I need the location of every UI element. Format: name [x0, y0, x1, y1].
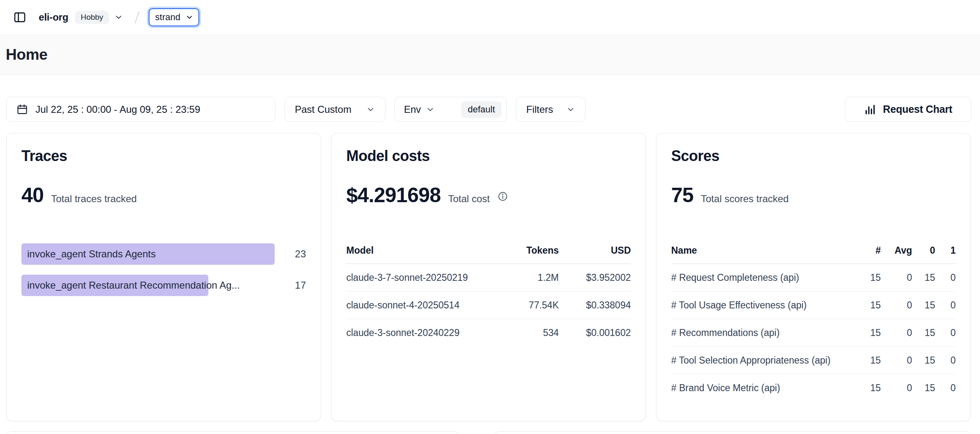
trace-bar-value: 17	[277, 280, 306, 291]
table-cell: 15	[912, 272, 935, 283]
scores-total-label: Total scores tracked	[701, 193, 789, 205]
org-name[interactable]: eli-org	[39, 12, 68, 23]
table-header-cell: Model	[346, 245, 497, 256]
model-cost-row: claude-sonnet-4-2025051477.54K$0.338094	[346, 292, 631, 319]
project-select-value: strand	[155, 12, 180, 23]
sidebar-toggle-button[interactable]	[11, 8, 29, 26]
page-header: Home	[0, 35, 980, 75]
score-row: # Request Completeness (api)150150	[671, 264, 956, 292]
model-cost-row: claude-3-7-sonnet-202502191.2M$3.952002	[346, 264, 631, 292]
table-cell: 15	[912, 383, 935, 394]
table-cell: 0	[881, 327, 912, 338]
table-header-cell: Avg	[881, 245, 912, 256]
trace-bar-row[interactable]: invoke_agent Strands Agents23	[21, 243, 306, 265]
traces-total-value: 40	[21, 183, 44, 207]
environment-value-badge: default	[461, 101, 502, 118]
score-row: # Tool Selection Appropriateness (api)15…	[671, 347, 956, 374]
table-cell: 15	[912, 355, 935, 366]
table-cell: 77.54K	[497, 300, 559, 311]
table-cell: $0.338094	[559, 300, 631, 311]
table-cell: 0	[935, 383, 956, 394]
table-cell: 0	[881, 300, 912, 311]
table-cell: claude-3-sonnet-20240229	[346, 327, 497, 338]
environment-label: Env	[404, 104, 421, 115]
model-costs-card-title: Model costs	[346, 147, 631, 165]
table-cell: 15	[848, 383, 881, 394]
card-stub-left	[6, 431, 459, 434]
panel-left-icon	[13, 11, 26, 24]
scores-card-title: Scores	[671, 147, 956, 165]
table-cell: 15	[848, 355, 881, 366]
traces-card: Traces 40 Total traces tracked invoke_ag…	[6, 133, 321, 421]
model-costs-card: Model costs $4.291698 Total cost ModelTo…	[331, 133, 646, 421]
table-cell: 0	[935, 355, 956, 366]
model-costs-table: ModelTokensUSDclaude-3-7-sonnet-20250219…	[346, 245, 631, 347]
chevron-down-icon	[426, 105, 435, 114]
dashboard-toolbar: Jul 22, 25 : 00:00 - Aug 09, 25 : 23:59 …	[6, 97, 971, 122]
table-header-row: ModelTokensUSD	[346, 245, 631, 264]
org-switcher-button[interactable]	[114, 13, 123, 22]
table-cell: 15	[912, 300, 935, 311]
trace-bar-label: invoke_agent Strands Agents	[27, 248, 156, 260]
date-preset-dropdown[interactable]: Past Custom	[285, 97, 385, 122]
breadcrumb-separator-icon	[132, 9, 142, 25]
table-cell: 0	[935, 300, 956, 311]
top-navigation-bar: eli-org Hobby strand	[0, 0, 980, 35]
table-cell: 15	[848, 327, 881, 338]
trace-bar-track: invoke_agent Strands Agents	[21, 243, 277, 265]
page-title: Home	[6, 46, 47, 63]
table-cell: # Brand Voice Metric (api)	[671, 383, 848, 394]
date-range-picker[interactable]: Jul 22, 25 : 00:00 - Aug 09, 25 : 23:59	[6, 97, 275, 122]
table-cell: # Tool Usage Effectiveness (api)	[671, 300, 848, 311]
table-header-row: Name#Avg01	[671, 245, 956, 264]
date-preset-value: Past Custom	[295, 104, 351, 115]
bar-chart-icon	[864, 103, 876, 116]
chevron-down-icon	[566, 105, 575, 114]
scores-card: Scores 75 Total scores tracked Name#Avg0…	[656, 133, 971, 421]
table-cell: 0	[881, 272, 912, 283]
dashboard-cards: Traces 40 Total traces tracked invoke_ag…	[6, 133, 971, 421]
chevron-down-icon	[366, 105, 375, 114]
filters-dropdown[interactable]: Filters	[516, 97, 586, 122]
scores-total-value: 75	[671, 183, 693, 207]
table-header-cell: 0	[912, 245, 935, 256]
table-header-cell: 1	[935, 245, 956, 256]
table-header-cell: Name	[671, 245, 848, 256]
traces-bar-list: invoke_agent Strands Agents23invoke_agen…	[21, 243, 306, 296]
table-cell: # Recommendations (api)	[671, 327, 848, 338]
filters-label: Filters	[526, 104, 553, 115]
table-cell: # Tool Selection Appropriateness (api)	[671, 355, 848, 366]
org-plan-badge: Hobby	[75, 11, 109, 24]
model-cost-row: claude-3-sonnet-20240229534$0.001602	[346, 319, 631, 347]
score-row: # Recommendations (api)150150	[671, 319, 956, 347]
chevron-down-icon	[185, 13, 194, 21]
table-cell: # Request Completeness (api)	[671, 272, 848, 283]
scores-table: Name#Avg01# Request Completeness (api)15…	[671, 245, 956, 402]
calendar-icon	[16, 104, 28, 115]
trace-bar-label: invoke_agent Restaurant Recommendation A…	[27, 280, 240, 291]
table-cell: $3.952002	[559, 272, 631, 283]
trace-bar-value: 23	[277, 248, 306, 260]
traces-card-title: Traces	[21, 147, 306, 165]
model-costs-total-value: $4.291698	[346, 183, 441, 207]
score-row: # Brand Voice Metric (api)150150	[671, 374, 956, 402]
card-stub-right	[494, 431, 971, 434]
chevron-down-icon	[114, 13, 123, 22]
traces-total-label: Total traces tracked	[51, 193, 137, 205]
trace-bar-row[interactable]: invoke_agent Restaurant Recommendation A…	[21, 275, 306, 296]
table-cell: 0	[881, 355, 912, 366]
environment-dropdown[interactable]: Env default	[394, 97, 507, 122]
request-chart-button[interactable]: Request Chart	[845, 97, 971, 122]
table-cell: 1.2M	[497, 272, 559, 283]
table-header-cell: Tokens	[497, 245, 559, 256]
table-cell: 534	[497, 327, 559, 338]
table-cell: 15	[912, 327, 935, 338]
date-range-value: Jul 22, 25 : 00:00 - Aug 09, 25 : 23:59	[35, 104, 200, 115]
table-cell: 0	[935, 272, 956, 283]
table-cell: 0	[881, 383, 912, 394]
info-icon[interactable]	[497, 191, 508, 202]
table-header-cell: #	[848, 245, 881, 256]
request-chart-label: Request Chart	[883, 103, 952, 115]
project-select[interactable]: strand	[149, 8, 199, 26]
score-row: # Tool Usage Effectiveness (api)150150	[671, 292, 956, 319]
